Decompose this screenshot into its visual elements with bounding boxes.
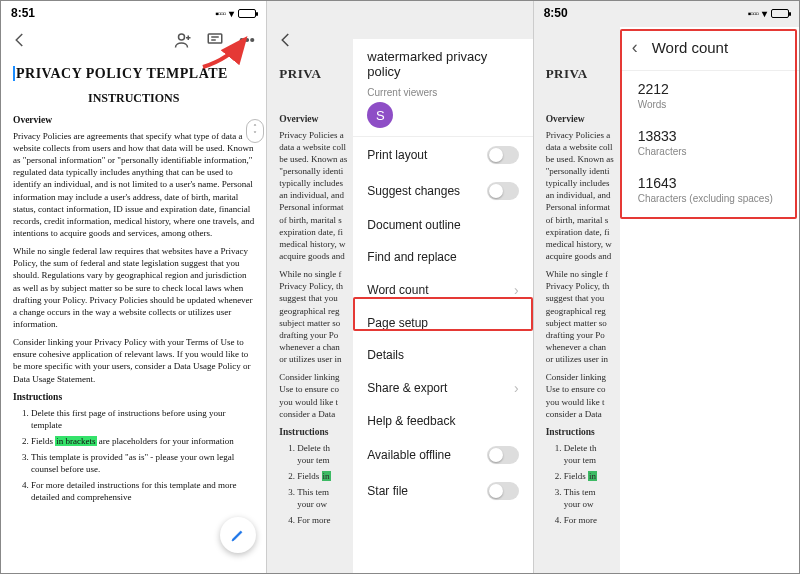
battery-icon <box>771 9 789 18</box>
back-icon[interactable] <box>11 31 29 49</box>
highlighted-text: in brackets <box>55 436 96 446</box>
list-item: Delete this first page of instructions b… <box>31 407 254 431</box>
overview-p3: Consider linking your Privacy Policy wit… <box>13 336 254 385</box>
svg-point-0 <box>179 34 185 40</box>
wc-chars: 13833 Characters <box>620 118 799 165</box>
li2-post: are placeholders for your information <box>97 436 234 446</box>
menu-label: Word count <box>367 283 428 297</box>
word-count-panel: ‹ Word count 2212 Words 13833 Characters… <box>620 27 799 573</box>
comment-icon[interactable] <box>206 31 224 49</box>
menu-label: Details <box>367 348 404 362</box>
word-count-header: ‹ Word count <box>620 27 799 71</box>
svg-rect-3 <box>209 34 223 43</box>
signal-icon: ▪▫▫▫ <box>215 8 225 19</box>
phone-pane-1: 8:51 ▪▫▫▫ ▾ PRIVACY POLICY TEMPLATE ˄˅ I… <box>1 1 267 573</box>
toggle-off[interactable] <box>487 482 519 500</box>
overflow-menu-sheet: watermarked privacy policy Current viewe… <box>353 39 532 573</box>
chevron-right-icon: › <box>514 282 519 298</box>
word-count-title: Word count <box>652 39 728 56</box>
list-item: Fields in brackets are placeholders for … <box>31 435 254 447</box>
status-bar: 8:51 ▪▫▫▫ ▾ <box>1 1 266 25</box>
viewer-row: S <box>353 100 532 136</box>
fade-cutoff <box>1 555 266 573</box>
overview-p2: While no single federal law requires tha… <box>13 245 254 330</box>
menu-page-setup[interactable]: Page setup <box>353 307 532 339</box>
li2-pre: Fields <box>297 471 321 481</box>
status-right: ▪▫▫▫ ▾ <box>215 8 256 19</box>
status-bar <box>267 1 532 25</box>
scroll-handle[interactable]: ˄˅ <box>246 119 264 143</box>
wc-chars-nospaces: 11643 Characters (excluding spaces) <box>620 165 799 212</box>
menu-label: Help & feedback <box>367 414 455 428</box>
document-body[interactable]: PRIVACY POLICY TEMPLATE ˄˅ INSTRUCTIONS … <box>1 55 266 573</box>
overview-p1: Privacy Policies are agreements that spe… <box>13 130 254 239</box>
battery-icon <box>238 9 256 18</box>
wc-words: 2212 Words <box>620 71 799 118</box>
back-icon[interactable] <box>277 31 295 49</box>
phone-pane-3: 8:50 ▪▫▫▫ ▾ PRIVA x Overview Privacy Pol… <box>534 1 799 573</box>
phone-pane-2: PRIVA x Overview Privacy Policies a data… <box>267 1 533 573</box>
instructions-subheading: Instructions <box>13 391 254 404</box>
signal-icon: ▪▫▫▫ <box>748 8 758 19</box>
sheet-doc-title: watermarked privacy policy <box>353 39 532 81</box>
more-icon[interactable] <box>238 31 256 49</box>
svg-point-6 <box>241 39 244 42</box>
toggle-off[interactable] <box>487 146 519 164</box>
menu-label: Share & export <box>367 381 447 395</box>
list-item: For more detailed instructions for this … <box>31 479 254 503</box>
menu-print-layout[interactable]: Print layout <box>353 137 532 173</box>
menu-available-offline[interactable]: Available offline <box>353 437 532 473</box>
highlighted-text: in <box>322 471 331 481</box>
menu-word-count[interactable]: Word count› <box>353 273 532 307</box>
tutorial-composite: 8:51 ▪▫▫▫ ▾ PRIVACY POLICY TEMPLATE ˄˅ I… <box>0 0 800 574</box>
list-item: This template is provided "as is" - plea… <box>31 451 254 475</box>
doc-title: PRIVACY POLICY TEMPLATE <box>13 65 254 84</box>
overview-heading: Overview <box>13 114 254 127</box>
menu-document-outline[interactable]: Document outline <box>353 209 532 241</box>
instructions-list: Delete this first page of instructions b… <box>31 407 254 504</box>
wc-chars-label: Characters <box>638 146 781 157</box>
menu-label: Document outline <box>367 218 460 232</box>
svg-point-8 <box>251 39 254 42</box>
toggle-off[interactable] <box>487 182 519 200</box>
wc-charsx-label: Characters (excluding spaces) <box>638 193 781 204</box>
menu-label: Page setup <box>367 316 428 330</box>
menu-list: Print layout Suggest changes Document ou… <box>353 136 532 509</box>
wifi-icon: ▾ <box>762 8 767 19</box>
menu-find-replace[interactable]: Find and replace <box>353 241 532 273</box>
li2-pre: Fields <box>31 436 55 446</box>
wc-words-value: 2212 <box>638 81 781 97</box>
menu-share-export[interactable]: Share & export› <box>353 371 532 405</box>
wc-chars-value: 13833 <box>638 128 781 144</box>
status-right: ▪▫▫▫ ▾ <box>748 8 789 19</box>
menu-details[interactable]: Details <box>353 339 532 371</box>
current-viewers-label: Current viewers <box>353 81 532 100</box>
status-bar: 8:50 ▪▫▫▫ ▾ <box>534 1 799 25</box>
chevron-right-icon: › <box>514 380 519 396</box>
menu-label: Print layout <box>367 148 427 162</box>
menu-star-file[interactable]: Star file <box>353 473 532 509</box>
instructions-heading: INSTRUCTIONS <box>13 90 254 106</box>
menu-help-feedback[interactable]: Help & feedback <box>353 405 532 437</box>
doc-toolbar <box>1 25 266 55</box>
add-person-icon[interactable] <box>174 31 192 49</box>
wc-words-label: Words <box>638 99 781 110</box>
viewer-avatar[interactable]: S <box>367 102 393 128</box>
wifi-icon: ▾ <box>229 8 234 19</box>
menu-label: Find and replace <box>367 250 456 264</box>
status-time: 8:50 <box>544 6 568 20</box>
menu-label: Star file <box>367 484 408 498</box>
wc-charsx-value: 11643 <box>638 175 781 191</box>
status-time: 8:51 <box>11 6 35 20</box>
menu-label: Suggest changes <box>367 184 460 198</box>
svg-point-7 <box>246 39 249 42</box>
toggle-off[interactable] <box>487 446 519 464</box>
menu-suggest-changes[interactable]: Suggest changes <box>353 173 532 209</box>
back-icon[interactable]: ‹ <box>632 37 638 58</box>
doc-title-text: PRIVACY POLICY TEMPLATE <box>16 66 228 81</box>
highlighted-text: in <box>588 471 597 481</box>
li2-pre: Fields <box>564 471 588 481</box>
menu-label: Available offline <box>367 448 451 462</box>
